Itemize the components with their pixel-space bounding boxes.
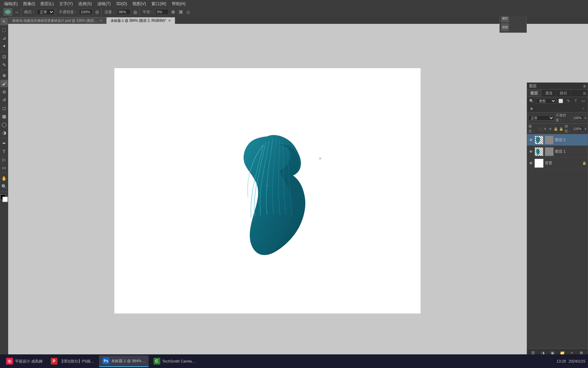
smooth-icon[interactable]: ⚙ — [170, 9, 176, 15]
layer-mask-0 — [545, 136, 554, 144]
taskbar-icon-2: Ps — [102, 357, 109, 364]
layer-eye-2[interactable]: 👁 — [528, 161, 533, 166]
tab-0[interactable]: 插画鸟-泡菱花卉插画背景素材设计.psd @ 136% (图层 10 拷贝, R… — [8, 17, 107, 24]
menu-filter[interactable]: 滤镜(T) — [95, 0, 113, 7]
menu-layer[interactable]: 图层(L) — [38, 0, 56, 7]
fill-label: 填充： — [565, 124, 571, 134]
flow-label: 流量： — [104, 10, 116, 15]
opacity-toggle-icon[interactable]: ⊙ — [94, 9, 100, 15]
zoom-tool[interactable]: 🔍 — [0, 183, 8, 190]
layers-panel-expand-icon[interactable]: ⊞ — [583, 91, 586, 96]
dodge-tool[interactable]: ◑ — [0, 129, 8, 136]
fill-chevron-icon[interactable]: ▾ — [585, 127, 586, 131]
crop-tool[interactable]: ⊡ — [0, 53, 8, 60]
layer-eye-0[interactable]: 👁 — [528, 138, 533, 142]
options-toolbar: ↔ 模式： 正常 不透明度： ⊙ 流量： ◎ 平滑： ⚙ ⌘ ◇ — [0, 7, 588, 16]
spot-healing-tool[interactable]: ⊕ — [0, 72, 8, 79]
layers-tab-paths[interactable]: 路径 — [556, 90, 571, 97]
clone-stamp-tool[interactable]: ⊖ — [0, 88, 8, 95]
toolbox: ↖ ⬚ ⊿ ✦ ⊡ ✎ ⊕ 🖌 ⊖ ↺ ◻ ▦ ◯ ◑ ✒ T ▷ ▭ ✋ 🔍 — [0, 16, 8, 358]
menu-help[interactable]: 帮助(H) — [169, 0, 189, 7]
layer-name-1: 图层 1 — [555, 149, 586, 154]
layers-filter-select[interactable]: 类型 — [536, 98, 556, 104]
menu-window[interactable]: 窗口(W) — [149, 0, 169, 7]
filter-type-icon[interactable]: T — [573, 98, 579, 104]
lasso-tool[interactable]: ⊿ — [0, 34, 8, 42]
taskbar-label-0: 平面设计-成凤姆 — [15, 359, 43, 364]
pen-tool[interactable]: ✒ — [0, 139, 8, 147]
layer-lock-icon-2: 🔒 — [582, 161, 586, 165]
tab-close-0[interactable]: ✕ — [99, 19, 102, 22]
menu-3d[interactable]: 3D(D) — [113, 0, 130, 7]
layer-item-1[interactable]: 👁 图层 1 — [527, 146, 588, 157]
menu-select[interactable]: 选择(S) — [76, 0, 95, 7]
adjustments-icon[interactable]: 调整 — [501, 24, 509, 31]
opacity-input[interactable] — [79, 9, 93, 15]
blend-mode-select[interactable]: 正常 — [528, 115, 554, 121]
layers-tabs: 图层 通道 路径 ⊞ — [527, 90, 588, 97]
taskbar-item-1[interactable]: P 【理论部分】PS插… — [47, 355, 98, 367]
opacity-chevron-icon[interactable]: ▾ — [585, 116, 586, 120]
smooth-input[interactable] — [155, 9, 169, 15]
layer-eye-1[interactable]: 👁 — [528, 149, 533, 154]
airbrush-icon[interactable]: ◎ — [132, 9, 138, 15]
angle-icon[interactable]: ◇ — [185, 9, 191, 15]
taskbar-time: 13:28 — [557, 359, 566, 363]
menu-image[interactable]: 图像(I) — [20, 0, 38, 7]
brush-preset-icon[interactable] — [3, 8, 12, 16]
brush-tool[interactable]: 🖌 — [0, 80, 8, 87]
lock-artboard-icon[interactable]: 🔒 — [554, 126, 558, 131]
smooth-label: 平滑： — [143, 10, 154, 15]
layers-tab-channels[interactable]: 通道 — [542, 90, 556, 97]
eyedropper-tool[interactable]: ✎ — [0, 61, 8, 68]
layers-panel-header: 图层 ≡ — [527, 83, 588, 90]
taskbar-item-0[interactable]: 🎨 平面设计-成凤姆 — [3, 355, 46, 367]
marquee-tool[interactable]: ⬚ — [0, 26, 8, 33]
flow-input[interactable] — [117, 9, 131, 15]
menu-type[interactable]: 文字(Y) — [56, 0, 76, 7]
move-tool[interactable]: ↖ — [0, 18, 8, 25]
filter-adjust-icon[interactable]: ✎ — [565, 98, 571, 104]
layer-item-2[interactable]: 👁 背景 🔒 — [527, 157, 588, 169]
layers-panel-menu-icon[interactable]: ≡ — [583, 84, 586, 89]
opacity-value[interactable] — [572, 115, 584, 121]
filter-toggle-icon[interactable]: ○ — [580, 105, 586, 111]
taskbar-icon-1: P — [51, 358, 58, 365]
path-select-tool[interactable]: ▷ — [0, 156, 8, 163]
lock-all-icon[interactable]: 🔒 — [559, 126, 563, 131]
lock-paint-icon[interactable]: ✎ — [543, 126, 547, 131]
lock-position-icon[interactable]: ✛ — [549, 126, 552, 131]
gradient-tool[interactable]: ▦ — [0, 112, 8, 120]
layers-search-icon[interactable]: 🔍 — [528, 98, 535, 104]
hand-tool[interactable]: ✋ — [0, 174, 8, 182]
layers-tab-layers[interactable]: 图层 — [527, 90, 542, 97]
brush-size-icon[interactable]: ↔ — [14, 9, 20, 15]
tab-1[interactable]: 未标题-1 @ 384% (图层 2, RGB/8#)* ✕ — [107, 17, 175, 24]
history-brush-tool[interactable]: ↺ — [0, 96, 8, 104]
tab-close-1[interactable]: ✕ — [168, 19, 171, 22]
fill-value[interactable] — [572, 126, 584, 132]
layer-mask-1 — [545, 147, 554, 156]
taskbar-item-2[interactable]: Ps 未标题-1 @ 384%… — [99, 355, 148, 367]
mode-select[interactable]: 正常 — [37, 9, 54, 15]
filter-smart-icon[interactable]: ◈ — [528, 105, 535, 111]
blur-tool[interactable]: ◯ — [0, 121, 8, 128]
filter-pixel-icon[interactable]: ⬜ — [558, 98, 564, 104]
shape-tool[interactable]: ▭ — [0, 164, 8, 171]
menu-edit[interactable]: 编辑(E) — [1, 0, 20, 7]
layer-item-0[interactable]: 👁 图层 2 — [527, 134, 588, 146]
taskbar-date: 2024/1/15 — [569, 359, 585, 363]
magic-wand-tool[interactable]: ✦ — [0, 42, 8, 50]
lock-transparency-icon[interactable]: ⬚ — [538, 126, 542, 131]
foreground-color[interactable] — [0, 195, 8, 202]
layers-panel: 图层 ≡ 图层 通道 路径 ⊞ 🔍 类型 ⬜ ✎ T ▭ ◈ ○ 正常 不透明度… — [527, 82, 588, 358]
menu-view[interactable]: 视图(V) — [130, 0, 149, 7]
eraser-tool[interactable]: ◻ — [0, 104, 8, 112]
opacity-label: 不透明度： — [556, 113, 571, 123]
filter-shape-icon[interactable]: ▭ — [580, 98, 586, 104]
tab-label-1: 未标题-1 @ 384% (图层 2, RGB/8#)* — [111, 18, 166, 23]
taskbar-item-3[interactable]: C TechSmith Camta… — [150, 355, 199, 367]
symmetry-icon[interactable]: ⌘ — [178, 9, 184, 15]
canvas-document — [114, 68, 421, 313]
type-tool[interactable]: T — [0, 148, 8, 155]
